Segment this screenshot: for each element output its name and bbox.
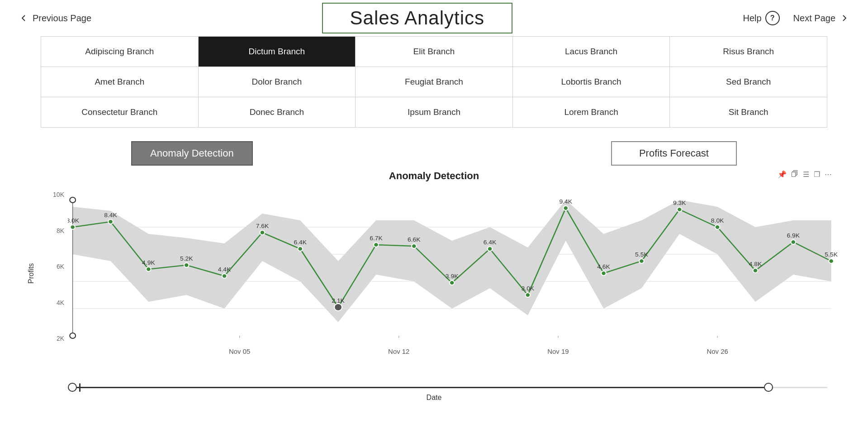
y-tick: 6K <box>41 263 64 270</box>
title-box: Sales Analytics <box>322 3 512 33</box>
range-thumb-left[interactable] <box>68 383 77 392</box>
svg-text:6.7K: 6.7K <box>370 235 383 241</box>
branch-cell[interactable]: Adipiscing Branch <box>41 37 199 67</box>
help-button[interactable]: Help ? <box>743 11 779 25</box>
branch-cell[interactable]: Consectetur Branch <box>41 97 199 128</box>
svg-point-11 <box>184 263 189 267</box>
filter-icon[interactable]: ☰ <box>803 170 809 179</box>
svg-text:7.6K: 7.6K <box>256 223 269 229</box>
y-tick: 8K <box>41 227 64 234</box>
copy-icon[interactable]: 🗍 <box>791 170 798 179</box>
svg-text:4.6K: 4.6K <box>597 263 610 270</box>
expand-icon[interactable]: ❐ <box>814 170 820 179</box>
help-icon: ? <box>765 11 780 25</box>
branch-cell[interactable]: Lacus Branch <box>513 37 670 67</box>
branch-cell[interactable]: Ipsum Branch <box>356 97 513 128</box>
svg-text:3.9K: 3.9K <box>446 273 459 279</box>
svg-text:4.4K: 4.4K <box>218 266 231 272</box>
y-axis-label: Profits <box>27 186 41 360</box>
y-tick: 4K <box>41 299 64 306</box>
x-axis-label: Date <box>0 394 868 402</box>
svg-text:6.4K: 6.4K <box>294 239 307 245</box>
help-label: Help <box>743 13 761 24</box>
svg-point-31 <box>563 206 568 210</box>
svg-point-43 <box>791 240 796 244</box>
arrow-right-icon <box>839 13 850 24</box>
svg-point-56 <box>70 333 76 338</box>
svg-point-29 <box>526 293 531 297</box>
arrow-left-icon <box>18 13 29 24</box>
next-page-button[interactable]: Next Page <box>793 13 850 24</box>
chart-wrap: Profits 10K8K6K4K2K 8.0K8.4K4.9K5.2K4.4K… <box>27 186 841 360</box>
profits-forecast-button[interactable]: Profits Forecast <box>611 141 737 166</box>
page-title: Sales Analytics <box>350 7 484 29</box>
chart-title: Anomaly Detection <box>27 170 841 182</box>
svg-point-21 <box>374 243 379 247</box>
prev-page-label: Previous Page <box>33 13 91 24</box>
svg-point-27 <box>488 247 493 251</box>
svg-point-33 <box>601 271 606 276</box>
svg-point-7 <box>108 219 113 224</box>
svg-text:9.4K: 9.4K <box>559 198 572 204</box>
range-thumb-right[interactable] <box>764 383 773 392</box>
svg-text:2.1K: 2.1K <box>332 297 345 304</box>
svg-text:Nov 26: Nov 26 <box>707 348 728 355</box>
header: Previous Page Sales Analytics Help ? Nex… <box>0 0 868 36</box>
header-right: Help ? Next Page <box>743 11 850 25</box>
y-axis-ticks: 10K8K6K4K2K <box>41 186 68 360</box>
branch-cell[interactable]: Sit Branch <box>670 97 827 128</box>
svg-text:Nov 05: Nov 05 <box>229 348 250 355</box>
svg-text:8.0K: 8.0K <box>711 217 724 224</box>
svg-text:9.3K: 9.3K <box>673 200 686 206</box>
svg-text:Nov 12: Nov 12 <box>388 348 409 355</box>
svg-point-39 <box>715 225 720 229</box>
chart-svg-area: 8.0K8.4K4.9K5.2K4.4K7.6K6.4K2.1K6.7K6.6K… <box>68 186 841 360</box>
branch-cell[interactable]: Elit Branch <box>356 37 513 67</box>
svg-point-37 <box>677 207 682 212</box>
svg-text:8.4K: 8.4K <box>104 212 117 218</box>
svg-text:4.9K: 4.9K <box>142 259 155 266</box>
next-page-label: Next Page <box>793 13 835 24</box>
svg-point-23 <box>412 244 417 248</box>
chart-container: 📌 🗍 ☰ ❐ ⋯ Anomaly Detection Profits 10K8… <box>0 170 868 378</box>
svg-point-41 <box>753 268 758 273</box>
svg-point-45 <box>829 259 834 263</box>
svg-text:3.0K: 3.0K <box>522 285 535 291</box>
svg-point-15 <box>260 230 265 235</box>
svg-point-19 <box>334 304 342 311</box>
svg-point-5 <box>70 225 75 229</box>
svg-text:8.0K: 8.0K <box>68 217 79 224</box>
svg-text:6.9K: 6.9K <box>787 232 800 238</box>
svg-text:5.2K: 5.2K <box>180 255 193 262</box>
chart-toolbar: 📌 🗍 ☰ ❐ ⋯ <box>778 170 832 179</box>
svg-text:4.8K: 4.8K <box>749 261 762 267</box>
branch-cell[interactable]: Dolor Branch <box>199 67 356 97</box>
more-icon[interactable]: ⋯ <box>825 170 832 179</box>
anomaly-detection-button[interactable]: Anomaly Detection <box>131 141 253 166</box>
y-tick: 10K <box>41 191 64 198</box>
branch-cell[interactable]: Lobortis Branch <box>513 67 670 97</box>
svg-text:6.4K: 6.4K <box>484 239 497 245</box>
branch-cell[interactable]: Sed Branch <box>670 67 827 97</box>
branch-cell[interactable]: Feugiat Branch <box>356 67 513 97</box>
branch-cell[interactable]: Lorem Branch <box>513 97 670 128</box>
svg-point-13 <box>222 274 227 278</box>
branch-cell[interactable]: Dictum Branch <box>199 37 356 67</box>
anomaly-chart: 8.0K8.4K4.9K5.2K4.4K7.6K6.4K2.1K6.7K6.6K… <box>68 186 841 358</box>
pin-icon[interactable]: 📌 <box>778 170 787 179</box>
branch-cell[interactable]: Donec Branch <box>199 97 356 128</box>
branch-cell[interactable]: Risus Branch <box>670 37 827 67</box>
range-line <box>77 387 764 388</box>
svg-point-55 <box>70 197 76 203</box>
svg-text:5.5K: 5.5K <box>635 251 648 257</box>
prev-page-button[interactable]: Previous Page <box>18 13 91 24</box>
section-buttons: Anomaly Detection Profits Forecast <box>0 128 868 170</box>
svg-point-17 <box>298 247 303 251</box>
svg-text:6.6K: 6.6K <box>408 236 421 243</box>
svg-point-35 <box>639 259 644 263</box>
svg-point-9 <box>146 267 151 271</box>
branch-cell[interactable]: Amet Branch <box>41 67 199 97</box>
svg-text:Nov 19: Nov 19 <box>547 348 569 355</box>
svg-point-25 <box>450 281 455 285</box>
branch-grid: Adipiscing BranchDictum BranchElit Branc… <box>41 36 827 128</box>
